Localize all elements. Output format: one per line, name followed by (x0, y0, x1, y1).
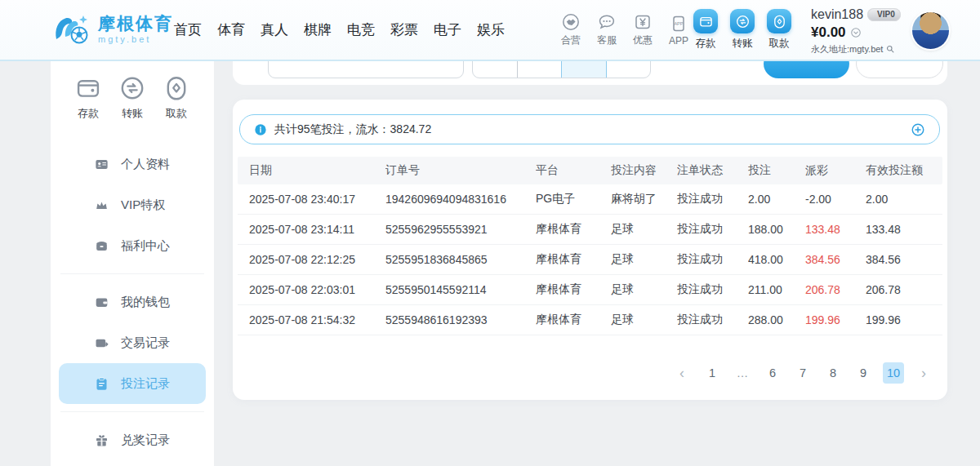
table-header-cell: 平台 (536, 163, 611, 178)
table-cell: 投注成功 (677, 222, 748, 237)
page-number[interactable]: 10 (883, 362, 904, 384)
page-number[interactable]: 7 (792, 362, 813, 384)
quick-icon-label: 合营 (561, 33, 581, 47)
sidebar-quick-transfer[interactable]: 转账 (118, 74, 146, 121)
sidebar-item-label: 个人资料 (121, 157, 170, 172)
table-header-cell: 日期 (238, 163, 385, 178)
nav-item[interactable]: 电竞 (347, 20, 375, 39)
table-cell: 摩根体育 (536, 252, 611, 267)
sidebar-item[interactable]: 个人资料 (59, 144, 206, 184)
table-cell: 2.00 (748, 193, 805, 206)
transfer-icon (118, 74, 146, 102)
magnifier-icon[interactable] (885, 44, 895, 54)
wallet-action-label: 取款 (769, 37, 790, 51)
table-row: 2025-07-08 23:14:115255962955553921摩根体育足… (238, 215, 942, 245)
sidebar-quick-withdraw[interactable]: 取款 (163, 74, 190, 121)
table-cell: 5255948616192393 (385, 313, 536, 326)
summary-bar: 共计95笔投注，流水：3824.72 (239, 114, 940, 144)
svg-text:APP: APP (674, 20, 683, 25)
page-next-button[interactable]: › (913, 362, 934, 384)
filter-card (233, 61, 947, 85)
nav-item[interactable]: 真人 (261, 20, 288, 39)
wallet-action-wallet[interactable]: 存款 (693, 9, 718, 51)
table-row: 2025-07-08 22:12:255255951836845865摩根体育足… (238, 245, 942, 275)
crown-icon (94, 197, 109, 213)
logo-title: 摩根体育 (98, 15, 173, 32)
table-cell: 1942609694094831616 (385, 193, 536, 206)
username[interactable]: kevin188 (811, 7, 863, 22)
coupon-icon (633, 12, 653, 32)
sidebar: 存款转账取款 个人资料VIP特权福利中心我的钱包交易记录投注记录兑奖记录 (51, 61, 214, 466)
wallet-icon (693, 9, 718, 33)
table-cell: 2025-07-08 22:03:01 (238, 283, 385, 296)
sidebar-quick-wallet[interactable]: 存款 (74, 74, 102, 121)
quick-icon-label: 客服 (597, 33, 617, 47)
permanent-address: 永久地址:mgty.bet (811, 44, 883, 55)
table-cell: 摩根体育 (536, 313, 611, 327)
page-number[interactable]: 9 (853, 362, 874, 384)
header-quick-customer-service[interactable]: 客服 (593, 12, 621, 47)
header-quick-handshake[interactable]: 合营 (557, 12, 585, 47)
table-body: 2025-07-08 23:40:171942609694094831616PG… (238, 184, 942, 335)
table-row: 2025-07-08 23:40:171942609694094831616PG… (238, 184, 942, 215)
bet-record-icon (94, 376, 109, 392)
nav-item[interactable]: 电子 (434, 20, 461, 39)
withdraw-icon (767, 9, 791, 33)
transfer-icon (730, 9, 755, 33)
quick-icon-label: APP (669, 35, 688, 47)
table-cell: PG电子 (536, 192, 611, 206)
table-cell: 麻将胡了 (611, 192, 677, 206)
bet-records-card: 共计95笔投注，流水：3824.72 日期订单号平台投注内容注单状态投注派彩有效… (233, 100, 947, 400)
vip-badge: VIP0 (867, 8, 901, 21)
sidebar-item[interactable]: VIP特权 (59, 184, 206, 225)
page-prev-button[interactable]: ‹ (671, 362, 693, 384)
page-number[interactable]: 8 (822, 362, 844, 384)
table-cell: 摩根体育 (536, 222, 611, 237)
table-row: 2025-07-08 22:03:015255950145592114摩根体育足… (238, 275, 942, 305)
logo-subtitle: mgty.bet (98, 35, 173, 44)
header-wallet-actions: 存款转账取款 (693, 0, 791, 60)
withdraw-icon (163, 74, 190, 102)
wallet-action-withdraw[interactable]: 取款 (767, 9, 791, 51)
sidebar-divider (60, 411, 204, 412)
table-header-cell: 投注 (748, 163, 805, 178)
page-number[interactable]: 1 (702, 362, 723, 384)
brand-logo[interactable]: 摩根体育 mgty.bet (52, 10, 173, 49)
table-cell: 投注成功 (677, 282, 748, 297)
sidebar-item[interactable]: 交易记录 (59, 322, 206, 363)
table-cell: 211.00 (748, 283, 805, 296)
table-cell: 199.96 (805, 313, 866, 326)
user-avatar[interactable] (912, 12, 949, 49)
sidebar-menu: 个人资料VIP特权福利中心我的钱包交易记录投注记录兑奖记录 (51, 144, 214, 460)
main-nav: 首页体育真人棋牌电竞彩票电子娱乐 (174, 0, 505, 60)
table-cell: 2.00 (866, 193, 942, 206)
sidebar-quick-label: 取款 (166, 106, 187, 121)
table-cell: 2025-07-08 21:54:32 (238, 313, 385, 326)
nav-item[interactable]: 棋牌 (304, 20, 332, 39)
nav-item[interactable]: 首页 (174, 20, 202, 39)
nav-item[interactable]: 娱乐 (477, 20, 505, 39)
nav-item[interactable]: 彩票 (390, 20, 418, 39)
header-quick-icons: 合营客服优惠APPAPP (557, 0, 693, 60)
table-cell: 418.00 (748, 253, 805, 266)
sidebar-item[interactable]: 兑奖记录 (59, 419, 206, 460)
page-number[interactable]: 6 (762, 362, 783, 384)
sidebar-item[interactable]: 投注记录 (59, 363, 206, 404)
table-cell: 2025-07-08 22:12:25 (238, 253, 385, 266)
customer-service-icon (597, 12, 617, 32)
table-header-cell: 注单状态 (677, 163, 748, 178)
sidebar-item[interactable]: 福利中心 (59, 225, 206, 266)
balance-refresh-icon[interactable] (850, 27, 862, 38)
header-quick-coupon[interactable]: 优惠 (629, 12, 657, 47)
transaction-icon (94, 335, 109, 351)
table-header-cell: 订单号 (385, 163, 536, 178)
sidebar-item[interactable]: 我的钱包 (59, 282, 206, 322)
plus-circle-icon[interactable] (911, 122, 925, 137)
app-icon: APP (669, 14, 688, 33)
header-quick-app[interactable]: APPAPP (665, 14, 693, 47)
wallet-action-transfer[interactable]: 转账 (730, 9, 755, 51)
table-header-cell: 有效投注额 (866, 163, 942, 178)
nav-item[interactable]: 体育 (217, 20, 245, 39)
user-block: kevin188 VIP0 ¥0.00 永久地址:mgty.bet (811, 7, 909, 55)
sidebar-item-label: 兑奖记录 (121, 433, 170, 448)
